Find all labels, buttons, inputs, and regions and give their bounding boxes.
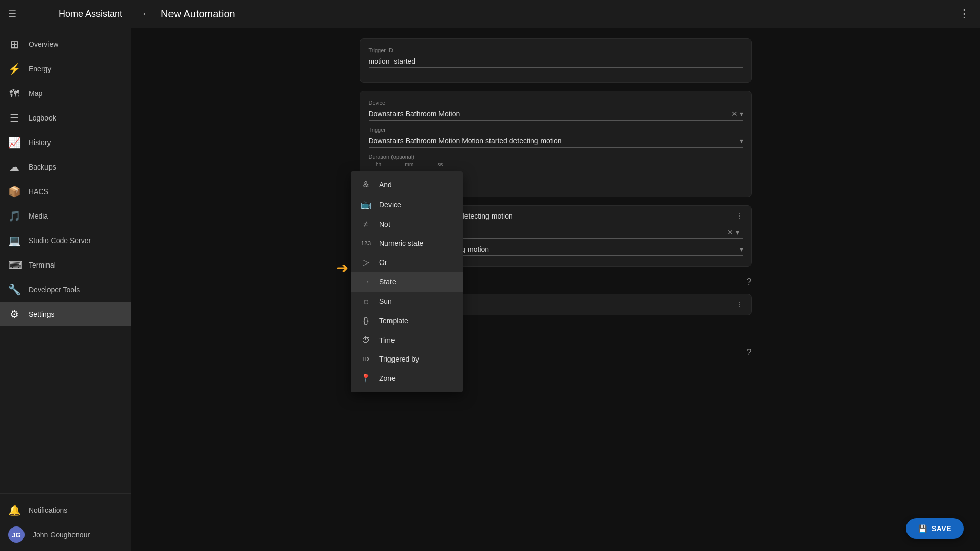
back-button[interactable]: ← (141, 7, 153, 20)
sidebar-item-backups[interactable]: ☁ Backups (0, 155, 131, 179)
dropdown-item-label: Numeric state (379, 239, 423, 247)
sidebar-item-label: Backups (29, 163, 56, 171)
device-dropdown[interactable]: Downstairs Bathroom Motion ✕ ▾ (369, 108, 743, 121)
dropdown-item-triggered-by[interactable]: ID Triggered by (351, 350, 463, 368)
zone-icon: 📍 (361, 373, 371, 383)
or-icon: ▷ (361, 257, 371, 267)
menu-icon[interactable]: ☰ (8, 8, 16, 19)
settings-icon: ⚙ (8, 308, 20, 320)
dropdown-item-zone[interactable]: 📍 Zone (351, 368, 463, 388)
dropdown-item-label: Triggered by (379, 355, 419, 363)
sidebar-item-user[interactable]: JG John Goughenour (0, 522, 131, 547)
arrow-indicator: ➜ (336, 259, 348, 276)
dropdown-item-label: State (379, 278, 396, 286)
trigger-chevron-icon[interactable]: ▾ (740, 137, 743, 145)
studio-code-icon: 💻 (8, 234, 20, 247)
sidebar-header: ☰ Home Assistant (0, 0, 131, 28)
sidebar-item-label: Developer Tools (29, 285, 80, 294)
dropdown-item-label: And (379, 181, 392, 189)
dropdown-item-state[interactable]: → State (351, 272, 463, 292)
dropdown-item-label: Sun (379, 297, 392, 305)
user-name: John Goughenour (33, 531, 90, 539)
dropdown-item-label: Zone (379, 374, 396, 382)
condition-more-button[interactable]: ⋮ (736, 212, 743, 220)
media-icon: 🎵 (8, 210, 20, 222)
dropdown-item-device[interactable]: 📺 Device (351, 195, 463, 214)
dropdown-item-not[interactable]: ≠ Not (351, 214, 463, 234)
sidebar: ☰ Home Assistant ⊞ Overview ⚡ Energy 🗺 M… (0, 0, 131, 551)
trigger-id-input[interactable] (369, 55, 743, 68)
dropdown-item-numeric-state[interactable]: 123 Numeric state (351, 234, 463, 252)
sidebar-item-hacs[interactable]: 📦 HACS (0, 179, 131, 204)
condition-chevron-icon[interactable]: ▾ (736, 228, 739, 236)
conditions-help-icon[interactable]: ? (746, 277, 751, 288)
sidebar-item-label: Map (29, 89, 42, 98)
sidebar-item-logbook[interactable]: ☰ Logbook (0, 106, 131, 130)
dropdown-item-and[interactable]: & And (351, 175, 463, 195)
dropdown-item-template[interactable]: {} Template (351, 311, 463, 330)
hh-label: hh (376, 162, 381, 167)
device-field: Device Downstairs Bathroom Motion ✕ ▾ (369, 100, 743, 121)
save-button[interactable]: 💾 SAVE (906, 518, 964, 539)
history-icon: 📈 (8, 136, 20, 149)
device-clear-icon[interactable]: ✕ ▾ (731, 110, 743, 118)
save-icon: 💾 (918, 524, 927, 533)
trigger-id-card: Trigger ID (360, 38, 752, 83)
sidebar-item-map[interactable]: 🗺 Map (0, 81, 131, 106)
hacs-icon: 📦 (8, 185, 20, 198)
actions-help-icon[interactable]: ? (746, 347, 751, 358)
sidebar-item-terminal[interactable]: ⌨ Terminal (0, 253, 131, 277)
energy-icon: ⚡ (8, 63, 20, 75)
sidebar-item-settings[interactable]: ⚙ Settings (0, 302, 131, 326)
sidebar-item-notifications[interactable]: 🔔 Notifications (0, 498, 131, 522)
sidebar-item-studio-code-server[interactable]: 💻 Studio Code Server (0, 228, 131, 253)
sidebar-item-label: Studio Code Server (29, 236, 91, 245)
topbar: ← New Automation ⋮ (131, 0, 980, 28)
sidebar-item-overview[interactable]: ⊞ Overview (0, 32, 131, 57)
logbook-icon: ☰ (8, 112, 20, 124)
trigger-value: Downstairs Bathroom Motion Motion starte… (369, 137, 562, 145)
avatar: JG (8, 526, 24, 543)
dropdown-item-or[interactable]: ▷ Or (351, 252, 463, 272)
sidebar-title: Home Assistant (59, 9, 122, 19)
condition-type-dropdown: & And 📺 Device ≠ Not 123 Numeric state ▷… (351, 171, 463, 392)
dropdown-item-label: Not (379, 220, 390, 228)
trigger-label: Trigger (369, 127, 743, 133)
condition-trigger-chevron[interactable]: ▾ (740, 245, 743, 253)
numeric-state-icon: 123 (361, 240, 371, 246)
chevron-down-icon[interactable]: ▾ (740, 110, 743, 118)
device-label: Device (369, 100, 743, 106)
sidebar-item-media[interactable]: 🎵 Media (0, 204, 131, 228)
trigger-id-label: Trigger ID (369, 47, 743, 53)
sidebar-item-label: History (29, 138, 51, 147)
page-title: New Automation (161, 8, 235, 20)
duration-label: Duration (optional) (369, 154, 743, 160)
dropdown-item-sun[interactable]: ☼ Sun (351, 292, 463, 311)
clear-icon[interactable]: ✕ (731, 110, 738, 118)
main: ← New Automation ⋮ Trigger ID Device Dow… (131, 0, 980, 551)
trigger-field: Trigger Downstairs Bathroom Motion Motio… (369, 127, 743, 148)
sidebar-item-developer-tools[interactable]: 🔧 Developer Tools (0, 277, 131, 302)
sidebar-item-label: Energy (29, 65, 51, 73)
map-icon: 🗺 (8, 88, 20, 100)
dropdown-item-time[interactable]: ⏱ Time (351, 330, 463, 350)
triggered-by-icon: ID (361, 356, 371, 362)
sidebar-item-energy[interactable]: ⚡ Energy (0, 57, 131, 81)
sidebar-item-label: HACS (29, 187, 48, 196)
sidebar-item-label: Terminal (29, 261, 56, 269)
sidebar-item-history[interactable]: 📈 History (0, 130, 131, 155)
dropdown-item-label: Template (379, 317, 408, 325)
ss-label: ss (437, 162, 443, 167)
sidebar-item-label: Media (29, 212, 48, 220)
sidebar-nav: ⊞ Overview ⚡ Energy 🗺 Map ☰ Logbook 📈 Hi… (0, 28, 131, 493)
action-more-button[interactable]: ⋮ (736, 300, 743, 308)
sidebar-item-label: Overview (29, 40, 58, 49)
template-icon: {} (361, 316, 371, 325)
more-button[interactable]: ⋮ (959, 7, 970, 20)
condition-clear-icon[interactable]: ✕ (727, 228, 733, 236)
trigger-dropdown[interactable]: Downstairs Bathroom Motion Motion starte… (369, 135, 743, 148)
device-type-icon: 📺 (361, 200, 371, 209)
terminal-icon: ⌨ (8, 259, 20, 271)
dropdown-item-label: Device (379, 201, 401, 209)
time-icon: ⏱ (361, 336, 371, 345)
